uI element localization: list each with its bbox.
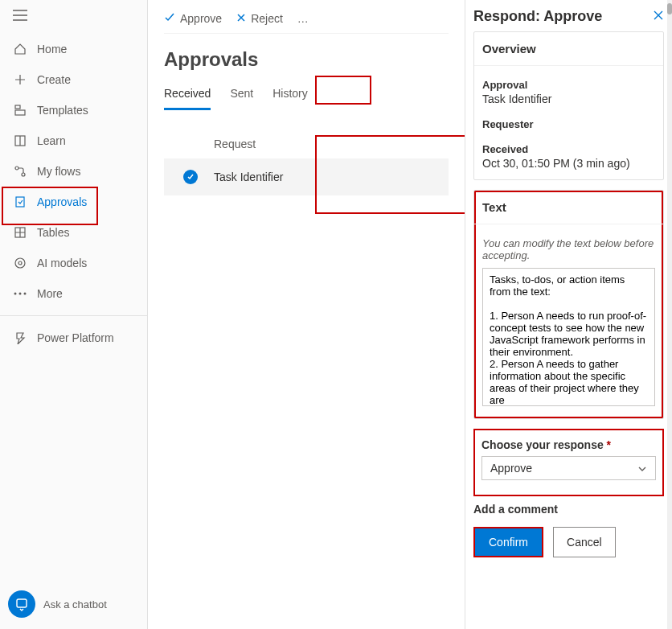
page-title: Approvals: [164, 48, 449, 71]
sidebar-item-label: More: [37, 287, 63, 300]
sidebar-item-power-platform[interactable]: Power Platform: [0, 323, 147, 353]
overview-card: Overview Approval Task Identifier Reques…: [473, 31, 664, 180]
svg-point-10: [19, 293, 22, 295]
grid-icon: [13, 225, 27, 240]
sidebar-item-label: Approvals: [37, 195, 87, 208]
sidebar-item-label: Templates: [37, 104, 88, 117]
main-content: Approve Reject … Approvals Received Sent…: [148, 0, 465, 629]
text-hint: You can modify the text below before acc…: [482, 237, 655, 261]
tab-sent[interactable]: Sent: [230, 82, 253, 110]
approvals-table: Request Task Identifier: [164, 130, 449, 195]
overview-heading: Overview: [474, 32, 663, 66]
svg-rect-0: [15, 105, 20, 109]
svg-rect-12: [17, 599, 27, 607]
response-selected: Approve: [490, 462, 532, 475]
chevron-down-icon: [637, 462, 647, 475]
chatbot-icon: [8, 590, 35, 618]
chatbot-label: Ask a chatbot: [43, 598, 107, 610]
more-icon: [13, 286, 27, 301]
sidebar-item-label: Learn: [37, 134, 66, 147]
more-icon[interactable]: …: [297, 12, 309, 25]
sidebar: Home Create Templates Learn My flows App…: [0, 0, 148, 629]
tabs: Received Sent History: [164, 82, 449, 110]
sidebar-item-tables[interactable]: Tables: [0, 217, 147, 248]
status-pending-icon: [183, 170, 198, 184]
row-title: Task Identifier: [214, 171, 283, 183]
confirm-button[interactable]: Confirm: [475, 528, 542, 556]
divider: [0, 315, 147, 316]
sidebar-item-create[interactable]: Create: [0, 64, 147, 95]
svg-point-7: [15, 258, 25, 268]
response-select[interactable]: Approve: [481, 456, 656, 480]
sidebar-item-approvals[interactable]: Approvals: [0, 187, 147, 217]
approve-button[interactable]: Approve: [164, 11, 222, 25]
text-heading: Text: [474, 191, 663, 224]
svg-point-3: [15, 166, 18, 170]
book-icon: [13, 134, 27, 148]
svg-point-8: [18, 261, 22, 265]
approval-value: Task Identifier: [482, 92, 655, 105]
home-icon: [13, 42, 27, 56]
close-icon[interactable]: [653, 10, 664, 23]
response-label: Choose your response *: [481, 438, 656, 451]
platform-icon: [13, 331, 27, 345]
sidebar-item-label: Tables: [37, 226, 69, 239]
sidebar-item-label: AI models: [37, 257, 87, 269]
svg-rect-1: [15, 110, 25, 115]
hamburger-menu[interactable]: [13, 10, 27, 21]
tab-history[interactable]: History: [272, 82, 308, 110]
approval-icon: [13, 195, 27, 209]
respond-panel: Respond: Approve Overview Approval Task …: [465, 0, 672, 629]
sidebar-item-templates[interactable]: Templates: [0, 95, 147, 125]
received-value: Oct 30, 01:50 PM (3 min ago): [482, 157, 655, 170]
tab-received[interactable]: Received: [164, 82, 211, 110]
sidebar-item-label: My flows: [37, 165, 80, 178]
approval-label: Approval: [482, 79, 655, 91]
chatbot-launcher[interactable]: Ask a chatbot: [0, 579, 147, 629]
sidebar-item-home[interactable]: Home: [0, 34, 147, 64]
toolbar: Approve Reject …: [164, 6, 449, 34]
sidebar-item-ai-models[interactable]: AI models: [0, 248, 147, 278]
sidebar-item-label: Home: [37, 43, 67, 56]
reject-button[interactable]: Reject: [236, 12, 283, 25]
ai-icon: [13, 256, 27, 270]
sidebar-item-learn[interactable]: Learn: [0, 125, 147, 156]
svg-rect-5: [16, 197, 24, 207]
requester-label: Requester: [482, 118, 655, 130]
cancel-button[interactable]: Cancel: [553, 527, 616, 557]
table-row[interactable]: Task Identifier: [164, 158, 449, 195]
plus-icon: [13, 72, 27, 87]
received-label: Received: [482, 143, 655, 155]
svg-point-4: [22, 173, 25, 176]
sidebar-item-more[interactable]: More: [0, 278, 147, 309]
x-icon: [236, 12, 246, 25]
sidebar-item-my-flows[interactable]: My flows: [0, 156, 147, 187]
check-icon: [164, 11, 175, 25]
text-card: Text You can modify the text below befor…: [473, 190, 664, 419]
svg-point-9: [14, 293, 17, 295]
svg-point-11: [24, 293, 27, 295]
flow-icon: [13, 164, 27, 179]
sidebar-item-label: Create: [37, 73, 71, 86]
table-header-request: Request: [164, 130, 449, 158]
text-textarea[interactable]: [482, 268, 655, 406]
sidebar-item-label: Power Platform: [37, 331, 114, 344]
comment-label: Add a comment: [473, 503, 664, 516]
template-icon: [13, 103, 27, 117]
panel-title: Respond: Approve: [473, 8, 602, 25]
